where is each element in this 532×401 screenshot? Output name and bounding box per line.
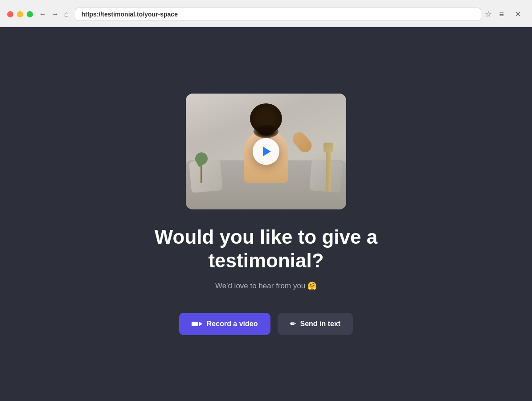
menu-icon: ≡ (499, 10, 504, 19)
minimize-traffic-light[interactable] (17, 11, 23, 17)
person-hair (250, 103, 282, 134)
maximize-traffic-light[interactable] (27, 11, 33, 17)
send-text-button[interactable]: ✏ Send in text (278, 313, 353, 335)
address-bar[interactable] (82, 11, 475, 18)
cat-tower-post (326, 151, 331, 192)
browser-chrome: ← → ⌂ ☆ ≡ ✕ (0, 0, 532, 27)
pencil-icon: ✏ (290, 320, 296, 328)
forward-icon: → (52, 10, 59, 18)
record-button-label: Record a video (207, 320, 258, 328)
camera-body (192, 322, 198, 326)
cat-tower-top (323, 143, 333, 152)
page-content: Would you like to give a testimonial? We… (0, 27, 532, 401)
menu-button[interactable]: ≡ (495, 8, 507, 21)
title-bar: ← → ⌂ ☆ ≡ ✕ (0, 0, 532, 27)
home-icon: ⌂ (64, 10, 69, 18)
video-thumbnail[interactable] (186, 94, 346, 209)
bookmark-button[interactable]: ☆ (481, 8, 495, 21)
play-icon (263, 147, 271, 156)
address-bar-container[interactable] (75, 8, 482, 21)
back-icon: ← (39, 10, 46, 18)
close-traffic-light[interactable] (7, 11, 13, 17)
camera-lens (199, 321, 202, 327)
forward-button[interactable]: → (49, 8, 61, 20)
record-video-button[interactable]: Record a video (179, 313, 270, 335)
play-button[interactable] (253, 138, 279, 165)
text-button-label: Send in text (300, 320, 341, 328)
bg-plant (195, 147, 208, 183)
sub-heading: We'd love to hear from you 🤗 (215, 281, 317, 291)
plant-leaf (193, 150, 210, 167)
bookmark-icon: ☆ (485, 10, 492, 19)
person-arm (290, 129, 315, 155)
video-camera-icon (192, 321, 202, 327)
window-close-button[interactable]: ✕ (511, 8, 525, 21)
main-heading: Would you like to give a testimonial? (155, 225, 377, 273)
back-button[interactable]: ← (37, 8, 49, 20)
home-button[interactable]: ⌂ (61, 8, 71, 20)
bg-cat-tower (324, 143, 333, 192)
button-row: Record a video ✏ Send in text (179, 313, 353, 335)
close-icon: ✕ (515, 10, 521, 19)
traffic-lights (7, 11, 33, 17)
